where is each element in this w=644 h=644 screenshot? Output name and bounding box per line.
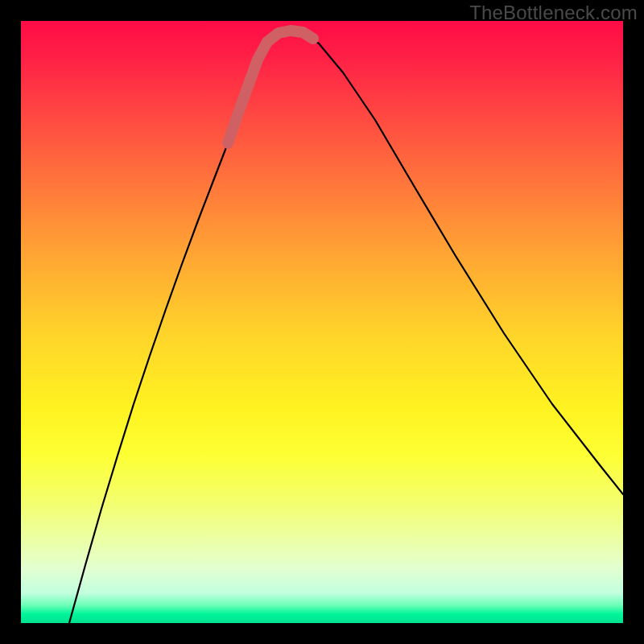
trough-highlight <box>228 31 313 143</box>
watermark-text: TheBottleneck.com <box>469 2 638 24</box>
plot-area <box>21 21 623 623</box>
chart-svg <box>21 21 623 623</box>
bottleneck-curve <box>69 31 623 623</box>
